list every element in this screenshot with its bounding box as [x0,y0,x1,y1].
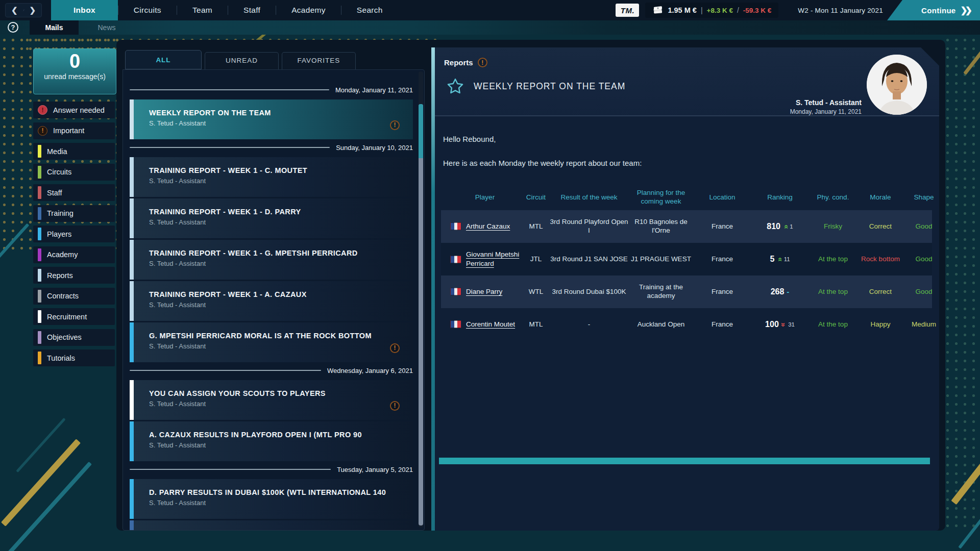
important-icon [478,58,487,67]
forward-arrow-button[interactable]: ❯ [24,4,42,17]
mail-item[interactable]: D. PARRY RESULTS IN DUBAI $100K (WTL INT… [130,479,413,519]
category-color-bar [130,380,134,420]
main-nav: Inbox Circuits Team Staff Academy Search [51,0,398,20]
category-color-bar [38,228,41,240]
mail-item[interactable]: WEEKLY REPORT ON THE TEAM S. Tetud - Ass… [130,99,413,139]
finance-summary[interactable]: 1.95 M € | +8.3 K € / -59.3 K € [645,3,778,18]
mail-filter-tabs: ALL UNREAD FAVORITES [125,50,425,69]
back-arrow-button[interactable]: ❮ [6,4,23,17]
cell-circuit: WTL [523,288,549,296]
continue-button[interactable]: Continue ❯❯ [887,0,980,20]
separator-date: Wednesday, January 6, 2021 [327,367,413,374]
category-label: Objectives [47,333,82,341]
cell-result: - [549,320,629,329]
cell-location: France [693,288,751,296]
report-footer-divider [439,458,930,464]
separator-date: Monday, January 11, 2021 [335,86,413,94]
sidebar-item-media[interactable]: Media [33,143,115,160]
separator-date: Sunday, January 10, 2021 [336,144,413,152]
separator: / [737,6,739,14]
table-row: Giovanni Mpetshi Perricard JTL 3rd Round… [441,243,932,276]
mail-sender: S. Tetud - Assistant [149,499,413,507]
sidebar-item-recruitment[interactable]: Recruitment [33,308,115,325]
player-link[interactable]: Diane Parry [466,287,502,296]
category-color-bar [38,290,41,303]
tab-staff[interactable]: Staff [228,0,276,20]
sidebar-item-important[interactable]: Important [33,122,115,139]
sidebar-item-objectives[interactable]: Objectives [33,329,115,346]
france-flag-icon [450,222,461,230]
unread-label: unread message(s) [34,72,116,81]
cell-result: 3rd Round Dubai $100K [549,288,629,296]
sidebar-item-contracts[interactable]: Contracts [33,288,115,305]
mail-list-scrollbar [419,71,423,528]
help-icon[interactable]: ? [8,22,18,33]
tab-favorites[interactable]: FAVORITES [282,52,356,69]
history-nav: ❮ ❯ [5,3,42,17]
tab-search[interactable]: Search [341,0,398,20]
category-label: Academy [47,251,78,259]
mail-sender: S. Tetud - Assistant [149,301,413,309]
top-status-cluster: TM. 1.95 M € | +8.3 K € / -59.3 K € W2 -… [616,3,883,18]
cell-shape: Medium [903,320,944,329]
mail-item[interactable]: YOU CAN ASSIGN YOUR SCOUTS TO PLAYERS S.… [130,380,413,420]
sidebar-item-staff[interactable]: Staff [33,184,115,201]
mail-sender: S. Tetud - Assistant [149,218,413,226]
report-title: WEEKLY REPORT ON THE TEAM [474,81,625,92]
france-flag-icon [450,320,461,328]
divider [130,469,331,470]
tab-news[interactable]: News [79,20,135,35]
tab-unread[interactable]: UNREAD [205,52,279,69]
mail-item-partial[interactable] [130,520,413,531]
category-color-bar [130,520,134,531]
category-color-bar [130,421,134,461]
date-separator: Wednesday, January 6, 2021 [130,364,413,377]
player-link[interactable]: Giovanni Mpetshi Perricard [466,250,523,268]
sidebar-item-circuits[interactable]: Circuits [33,164,115,181]
mail-item[interactable]: G. MPETSHI PERRICARD MORAL IS AT THE ROC… [130,322,413,362]
tab-mails[interactable]: Mails [30,20,79,35]
sidebar-item-training[interactable]: Training [33,205,115,222]
tab-team[interactable]: Team [177,0,228,20]
mail-sender: S. Tetud - Assistant [149,177,413,185]
mail-sender: S. Tetud - Assistant [149,400,390,408]
sidebar-item-academy[interactable]: Academy [33,246,115,263]
game-date: W2 - Mon 11 January 2021 [798,7,883,14]
sidebar-item-tutorials[interactable]: Tutorials [33,349,115,366]
col-planning: Planning for the coming week [629,189,693,206]
report-intro: Here is as each Monday the weekly report… [443,159,932,167]
mail-item[interactable]: TRAINING REPORT - WEEK 1 - C. MOUTET S. … [130,157,413,197]
category-color-bar [130,99,134,139]
scrollbar-thumb[interactable] [419,104,423,525]
player-link[interactable]: Corentin Moutet [466,320,515,329]
cell-circuit: MTL [523,222,549,231]
sidebar-item-reports[interactable]: Reports [33,267,115,284]
mail-title: TRAINING REPORT - WEEK 1 - G. MPETSHI PE… [149,249,413,257]
tab-inbox[interactable]: Inbox [51,0,118,20]
report-body: Hello Rebound, Here is as each Monday th… [441,116,932,341]
cell-location: France [693,255,751,264]
sidebar-item-players[interactable]: Players [33,226,115,242]
player-link[interactable]: Arthur Cazaux [466,222,510,231]
mail-item[interactable]: TRAINING REPORT - WEEK 1 - D. PARRY S. T… [130,198,413,238]
category-color-bar [38,269,41,282]
tab-all[interactable]: ALL [125,50,202,69]
tab-circuits[interactable]: Circuits [118,0,177,20]
date-separator: Monday, January 11, 2021 [130,83,413,96]
top-bar: ❮ ❯ Inbox Circuits Team Staff Academy Se… [0,0,980,20]
mail-item[interactable]: A. CAZAUX RESULTS IN PLAYFORD OPEN I (MT… [130,421,413,461]
category-color-bar [38,207,41,220]
sidebar-item-answer-needed[interactable]: Answer needed [33,102,115,118]
mail-item[interactable]: TRAINING REPORT - WEEK 1 - G. MPETSHI PE… [130,240,413,280]
cell-ranking: 100 » 31 [751,319,808,330]
favorite-star-icon[interactable] [446,77,464,95]
cell-planning: Auckland Open [629,320,693,329]
report-sender: S. Tetud - Assistant [790,98,862,107]
mail-sender: S. Tetud - Assistant [149,441,413,449]
mail-sender: S. Tetud - Assistant [149,119,390,127]
mail-item[interactable]: TRAINING REPORT - WEEK 1 - A. CAZAUX S. … [130,281,413,321]
decor-stripe [1,439,81,527]
cell-morale: Correct [857,222,903,231]
tab-academy[interactable]: Academy [276,0,341,20]
divider [130,370,321,371]
